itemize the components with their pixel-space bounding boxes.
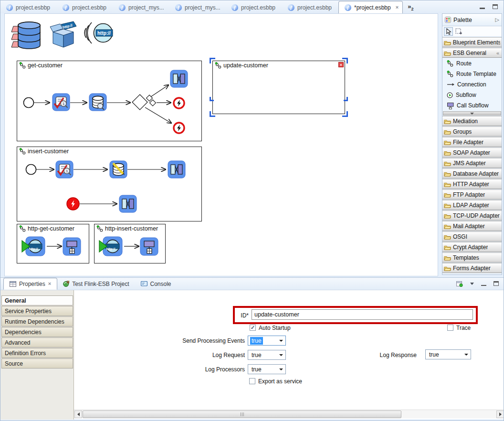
- palette-section-soap-adapter[interactable]: SOAP Adapter: [442, 147, 502, 158]
- palette-section-templates[interactable]: Templates: [442, 253, 502, 263]
- editor-tab[interactable]: fproject.esbbp: [282, 2, 338, 13]
- sidebar-item-dependencies[interactable]: Dependencies: [1, 327, 73, 337]
- transform-node[interactable]: [119, 195, 136, 212]
- close-icon[interactable]: ×: [396, 5, 399, 10]
- palette-section-ldap-adapter[interactable]: LDAP Adapter: [442, 200, 502, 210]
- flow-update-customer[interactable]: update-customer x: [212, 61, 345, 114]
- palette-section-jms-adapter[interactable]: JMS Adapter: [442, 158, 502, 168]
- editor-tab[interactable]: fproject.esbbp: [226, 2, 282, 13]
- http-endpoint-node[interactable]: [22, 237, 45, 256]
- palette-item-call-subflow[interactable]: Call Subflow: [442, 100, 502, 111]
- tab-overflow-chevron[interactable]: »2: [408, 3, 413, 11]
- selection-handle[interactable]: [210, 97, 214, 101]
- editor-tab[interactable]: fproject_mys...: [169, 2, 226, 13]
- flow-http-insert-customer[interactable]: http-insert-customer http://: [94, 224, 166, 263]
- palette-item-route-template[interactable]: Route Template: [442, 69, 502, 79]
- editor-tab[interactable]: fproject.esbbp: [0, 2, 57, 13]
- error-node[interactable]: [174, 98, 184, 108]
- chevron-down-icon: [464, 354, 468, 356]
- pin-view-icon[interactable]: [456, 280, 463, 287]
- database-insert-node[interactable]: [110, 161, 127, 178]
- tab-console[interactable]: Console: [135, 278, 177, 290]
- palette-section-tcp-udp-adapter[interactable]: TCP-UDP Adapter: [442, 210, 502, 221]
- send-processing-events-label: Send Processing Events: [149, 337, 245, 344]
- palette-section-osgi[interactable]: OSGI: [442, 232, 502, 242]
- palette-item-subflow[interactable]: Subflow: [442, 90, 502, 100]
- minimize-icon[interactable]: [481, 281, 486, 286]
- scrollbar-thumb[interactable]: [83, 410, 401, 418]
- sidebar-item-advanced[interactable]: Advanced: [1, 337, 73, 347]
- log-request-select[interactable]: true: [248, 350, 286, 360]
- design-canvas[interactable]: http:// http:// get-customer: [4, 13, 438, 276]
- marquee-tool[interactable]: [454, 27, 463, 36]
- palette-section-forms-adapter[interactable]: Forms Adapter: [442, 263, 502, 273]
- transform-node[interactable]: [170, 70, 188, 87]
- tab-properties[interactable]: Properties ×: [3, 278, 57, 290]
- palette-section-groups[interactable]: Groups: [442, 126, 502, 137]
- check-icon: ✓: [251, 325, 255, 330]
- selection-handle[interactable]: [210, 111, 215, 117]
- palette-section-esb-general[interactable]: ESB General «: [442, 48, 502, 58]
- palette-section-crypt-adapter[interactable]: Crypt Adapter: [442, 242, 502, 252]
- palette-tools: [442, 26, 502, 37]
- trace-checkbox[interactable]: [447, 325, 453, 331]
- pin-icon[interactable]: «: [496, 50, 500, 56]
- maximize-icon[interactable]: [494, 281, 499, 286]
- minimize-icon[interactable]: [480, 4, 485, 9]
- selection-handle[interactable]: [342, 111, 348, 117]
- auto-startup-label: Auto Startup: [259, 325, 291, 331]
- sidebar-item-service-properties[interactable]: Service Properties: [1, 306, 73, 316]
- close-icon[interactable]: ×: [48, 281, 51, 286]
- palette-section-http-adapter[interactable]: HTTP Adapter: [442, 179, 502, 189]
- error-start-node[interactable]: [67, 198, 79, 210]
- auto-startup-checkbox[interactable]: ✓: [250, 325, 256, 331]
- id-input[interactable]: [252, 309, 473, 320]
- palette-scrollbar[interactable]: [443, 111, 501, 116]
- editor-tab[interactable]: fproject.esbbp: [57, 2, 113, 13]
- call-subflow-node[interactable]: [63, 238, 81, 255]
- flow-http-get-customer[interactable]: http-get-customer http://: [17, 224, 89, 263]
- scroll-left-button[interactable]: [74, 410, 82, 418]
- message-validator-node[interactable]: [56, 161, 73, 178]
- horizontal-scrollbar[interactable]: [74, 410, 504, 418]
- start-node[interactable]: [24, 98, 34, 108]
- sidebar-item-definition-errors[interactable]: Definition Errors: [1, 348, 73, 358]
- sidebar-item-general[interactable]: General: [1, 295, 73, 305]
- sidebar-item-runtime-dependencies[interactable]: Runtime Dependencies: [1, 316, 73, 326]
- log-response-select[interactable]: true: [425, 349, 471, 359]
- database-stack-icon: [10, 20, 43, 50]
- error-node[interactable]: [174, 123, 184, 133]
- transform-node[interactable]: [168, 161, 185, 178]
- message-validator-node[interactable]: [52, 94, 70, 111]
- select-tool[interactable]: [444, 27, 453, 36]
- palette-collapse-icon[interactable]: ▷: [495, 17, 499, 23]
- call-subflow-node[interactable]: [140, 238, 158, 255]
- editor-tab-active[interactable]: f*project.esbbp×: [338, 1, 403, 13]
- database-select-node[interactable]: [89, 94, 106, 111]
- tab-test-flink-esb-project[interactable]: Test Flink-ESB Project: [57, 278, 135, 290]
- palette-item-route[interactable]: Route: [442, 58, 502, 69]
- start-node[interactable]: [26, 165, 36, 175]
- editor-tab[interactable]: fproject_mys...: [113, 2, 169, 13]
- export-as-service-checkbox[interactable]: [249, 378, 255, 384]
- palette-section-mediation[interactable]: Mediation: [442, 116, 502, 126]
- endpoint-http-label: http://: [106, 247, 116, 251]
- palette-section-mail-adapter[interactable]: Mail Adapter: [442, 221, 502, 231]
- scroll-right-button[interactable]: [496, 410, 504, 418]
- palette-section-blueprint-elements[interactable]: Blueprint Elements: [442, 37, 502, 47]
- flow-insert-customer[interactable]: insert-customer: [17, 147, 202, 221]
- maximize-icon[interactable]: [493, 4, 498, 9]
- palette-item-connection[interactable]: Connection: [442, 79, 502, 90]
- send-processing-events-select[interactable]: true: [248, 336, 286, 346]
- palette-section-file-adapter[interactable]: File Adapter: [442, 137, 502, 147]
- palette-header[interactable]: Palette ▷: [442, 14, 502, 26]
- palette-section-database-adapter[interactable]: Database Adapter: [442, 168, 502, 179]
- sidebar-item-source[interactable]: Source: [1, 358, 73, 368]
- palette-section-ftp-adapter[interactable]: FTP Adapter: [442, 189, 502, 200]
- selection-handle[interactable]: [344, 97, 348, 101]
- flow-get-customer[interactable]: get-customer: [17, 61, 202, 141]
- http-endpoint-node[interactable]: [99, 237, 122, 256]
- choice-node[interactable]: [132, 95, 156, 110]
- view-menu-icon[interactable]: [470, 283, 474, 285]
- log-processors-select[interactable]: true: [248, 364, 286, 374]
